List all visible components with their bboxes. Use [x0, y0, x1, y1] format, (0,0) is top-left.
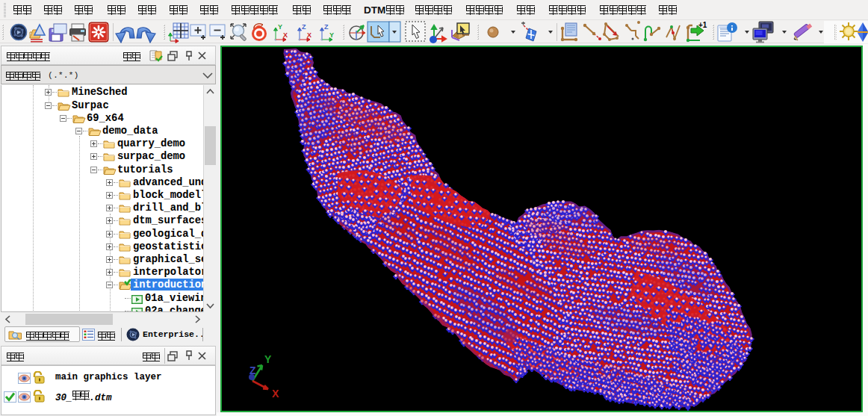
svg-text:Y: Y — [278, 23, 282, 31]
svg-text:Z: Z — [324, 23, 329, 31]
svg-text:+1: +1 — [698, 21, 707, 29]
svg-text:Z: Z — [249, 364, 256, 376]
svg-text:X: X — [272, 388, 279, 400]
svg-text:Y: Y — [329, 31, 334, 39]
svg-text:X: X — [307, 31, 311, 39]
svg-text:Z: Z — [302, 23, 306, 31]
svg-text:Y: Y — [264, 353, 272, 365]
svg-text:X: X — [283, 31, 288, 39]
